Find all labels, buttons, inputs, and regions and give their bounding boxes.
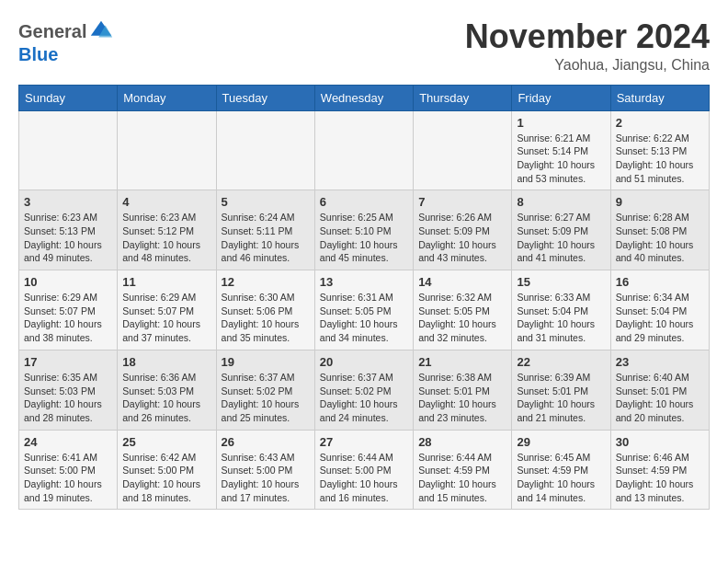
calendar-cell: [118, 110, 216, 190]
day-number: 12: [222, 275, 310, 289]
day-number: 18: [122, 355, 210, 369]
calendar-cell: [314, 110, 413, 190]
day-info: Sunrise: 6:43 AM Sunset: 5:00 PM Dayligh…: [222, 451, 310, 505]
logo: General Blue: [18, 18, 114, 65]
week-row-3: 10Sunrise: 6:29 AM Sunset: 5:07 PM Dayli…: [19, 270, 710, 350]
weekday-header-sunday: Sunday: [19, 85, 118, 110]
calendar-cell: 27Sunrise: 6:44 AM Sunset: 5:00 PM Dayli…: [314, 430, 413, 510]
day-info: Sunrise: 6:34 AM Sunset: 5:04 PM Dayligh…: [616, 291, 704, 345]
day-info: Sunrise: 6:31 AM Sunset: 5:05 PM Dayligh…: [320, 291, 408, 345]
day-number: 1: [517, 116, 605, 130]
day-number: 5: [222, 195, 310, 209]
week-row-5: 24Sunrise: 6:41 AM Sunset: 5:00 PM Dayli…: [19, 430, 710, 510]
day-number: 22: [517, 355, 605, 369]
calendar-cell: 13Sunrise: 6:31 AM Sunset: 5:05 PM Dayli…: [314, 270, 413, 350]
calendar-cell: 2Sunrise: 6:22 AM Sunset: 5:13 PM Daylig…: [610, 110, 709, 190]
day-info: Sunrise: 6:41 AM Sunset: 5:00 PM Dayligh…: [24, 451, 112, 505]
calendar-cell: 11Sunrise: 6:29 AM Sunset: 5:07 PM Dayli…: [118, 270, 216, 350]
day-number: 8: [517, 195, 605, 209]
calendar-cell: 23Sunrise: 6:40 AM Sunset: 5:01 PM Dayli…: [610, 350, 709, 430]
day-number: 14: [418, 275, 506, 289]
day-info: Sunrise: 6:21 AM Sunset: 5:14 PM Dayligh…: [517, 132, 605, 186]
weekday-header-tuesday: Tuesday: [216, 85, 314, 110]
day-number: 9: [616, 195, 704, 209]
day-info: Sunrise: 6:28 AM Sunset: 5:08 PM Dayligh…: [616, 211, 704, 265]
day-number: 15: [517, 275, 605, 289]
day-info: Sunrise: 6:46 AM Sunset: 4:59 PM Dayligh…: [616, 451, 704, 505]
day-number: 10: [24, 275, 112, 289]
day-number: 26: [222, 435, 310, 449]
day-info: Sunrise: 6:37 AM Sunset: 5:02 PM Dayligh…: [320, 371, 408, 425]
weekday-header-wednesday: Wednesday: [314, 85, 413, 110]
day-info: Sunrise: 6:23 AM Sunset: 5:12 PM Dayligh…: [122, 211, 210, 265]
month-title: November 2024: [465, 18, 710, 55]
weekday-header-monday: Monday: [118, 85, 216, 110]
calendar-cell: 10Sunrise: 6:29 AM Sunset: 5:07 PM Dayli…: [19, 270, 118, 350]
day-number: 20: [320, 355, 408, 369]
day-info: Sunrise: 6:38 AM Sunset: 5:01 PM Dayligh…: [418, 371, 506, 425]
title-block: November 2024 Yaohua, Jiangsu, China: [465, 18, 710, 74]
day-number: 23: [616, 355, 704, 369]
calendar: SundayMondayTuesdayWednesdayThursdayFrid…: [18, 85, 710, 511]
page: General Blue November 2024 Yaohua, Jiang…: [0, 0, 728, 519]
calendar-cell: 26Sunrise: 6:43 AM Sunset: 5:00 PM Dayli…: [216, 430, 314, 510]
day-info: Sunrise: 6:40 AM Sunset: 5:01 PM Dayligh…: [616, 371, 704, 425]
calendar-cell: 19Sunrise: 6:37 AM Sunset: 5:02 PM Dayli…: [216, 350, 314, 430]
day-number: 25: [122, 435, 210, 449]
calendar-cell: [414, 110, 512, 190]
day-number: 27: [320, 435, 408, 449]
weekday-header-friday: Friday: [512, 85, 610, 110]
day-number: 28: [418, 435, 506, 449]
day-number: 21: [418, 355, 506, 369]
day-info: Sunrise: 6:35 AM Sunset: 5:03 PM Dayligh…: [24, 371, 112, 425]
day-number: 19: [222, 355, 310, 369]
logo-blue-text: Blue: [18, 44, 58, 65]
day-info: Sunrise: 6:45 AM Sunset: 4:59 PM Dayligh…: [517, 451, 605, 505]
calendar-cell: 18Sunrise: 6:36 AM Sunset: 5:03 PM Dayli…: [118, 350, 216, 430]
calendar-cell: 7Sunrise: 6:26 AM Sunset: 5:09 PM Daylig…: [414, 190, 512, 270]
calendar-cell: 4Sunrise: 6:23 AM Sunset: 5:12 PM Daylig…: [118, 190, 216, 270]
calendar-cell: 6Sunrise: 6:25 AM Sunset: 5:10 PM Daylig…: [314, 190, 413, 270]
calendar-cell: 14Sunrise: 6:32 AM Sunset: 5:05 PM Dayli…: [414, 270, 512, 350]
day-info: Sunrise: 6:36 AM Sunset: 5:03 PM Dayligh…: [122, 371, 210, 425]
day-info: Sunrise: 6:30 AM Sunset: 5:06 PM Dayligh…: [222, 291, 310, 345]
logo-icon: [88, 18, 114, 44]
calendar-cell: 12Sunrise: 6:30 AM Sunset: 5:06 PM Dayli…: [216, 270, 314, 350]
day-number: 24: [24, 435, 112, 449]
weekday-header-thursday: Thursday: [414, 85, 512, 110]
calendar-cell: 21Sunrise: 6:38 AM Sunset: 5:01 PM Dayli…: [414, 350, 512, 430]
day-info: Sunrise: 6:44 AM Sunset: 4:59 PM Dayligh…: [418, 451, 506, 505]
weekday-header-row: SundayMondayTuesdayWednesdayThursdayFrid…: [19, 85, 710, 110]
day-number: 17: [24, 355, 112, 369]
day-number: 3: [24, 195, 112, 209]
day-number: 7: [418, 195, 506, 209]
calendar-cell: 29Sunrise: 6:45 AM Sunset: 4:59 PM Dayli…: [512, 430, 610, 510]
header: General Blue November 2024 Yaohua, Jiang…: [18, 18, 710, 74]
calendar-cell: 17Sunrise: 6:35 AM Sunset: 5:03 PM Dayli…: [19, 350, 118, 430]
day-info: Sunrise: 6:42 AM Sunset: 5:00 PM Dayligh…: [122, 451, 210, 505]
day-number: 16: [616, 275, 704, 289]
day-number: 6: [320, 195, 408, 209]
day-number: 30: [616, 435, 704, 449]
calendar-cell: 15Sunrise: 6:33 AM Sunset: 5:04 PM Dayli…: [512, 270, 610, 350]
calendar-cell: 5Sunrise: 6:24 AM Sunset: 5:11 PM Daylig…: [216, 190, 314, 270]
day-info: Sunrise: 6:29 AM Sunset: 5:07 PM Dayligh…: [24, 291, 112, 345]
calendar-cell: 30Sunrise: 6:46 AM Sunset: 4:59 PM Dayli…: [610, 430, 709, 510]
calendar-cell: 9Sunrise: 6:28 AM Sunset: 5:08 PM Daylig…: [610, 190, 709, 270]
week-row-1: 1Sunrise: 6:21 AM Sunset: 5:14 PM Daylig…: [19, 110, 710, 190]
day-info: Sunrise: 6:23 AM Sunset: 5:13 PM Dayligh…: [24, 211, 112, 265]
day-info: Sunrise: 6:22 AM Sunset: 5:13 PM Dayligh…: [616, 132, 704, 186]
day-number: 29: [517, 435, 605, 449]
day-info: Sunrise: 6:39 AM Sunset: 5:01 PM Dayligh…: [517, 371, 605, 425]
day-number: 13: [320, 275, 408, 289]
logo-general-text: General: [18, 21, 86, 42]
day-number: 4: [122, 195, 210, 209]
calendar-cell: 25Sunrise: 6:42 AM Sunset: 5:00 PM Dayli…: [118, 430, 216, 510]
weekday-header-saturday: Saturday: [610, 85, 709, 110]
location: Yaohua, Jiangsu, China: [465, 57, 710, 74]
calendar-cell: 16Sunrise: 6:34 AM Sunset: 5:04 PM Dayli…: [610, 270, 709, 350]
calendar-cell: 3Sunrise: 6:23 AM Sunset: 5:13 PM Daylig…: [19, 190, 118, 270]
day-info: Sunrise: 6:27 AM Sunset: 5:09 PM Dayligh…: [517, 211, 605, 265]
day-info: Sunrise: 6:33 AM Sunset: 5:04 PM Dayligh…: [517, 291, 605, 345]
calendar-cell: [19, 110, 118, 190]
